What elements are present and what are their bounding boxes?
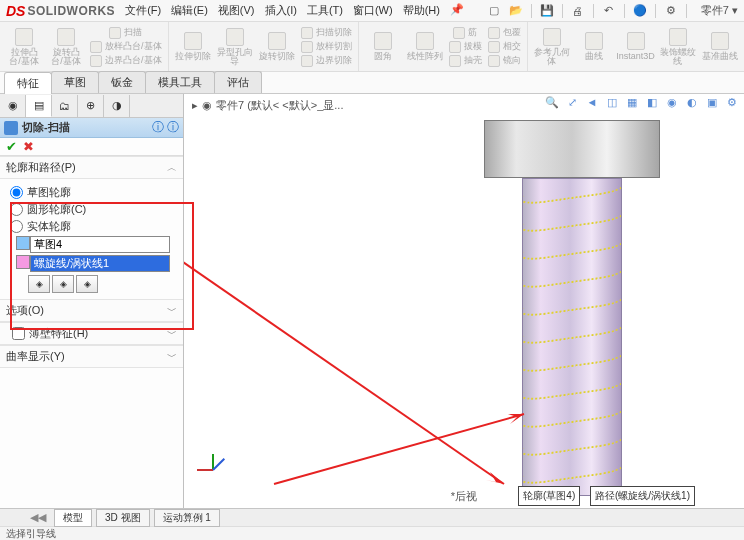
boundary-button[interactable]: 边界凸台/基体	[90, 55, 162, 67]
boundary-cut-button[interactable]: 边界切除	[301, 55, 352, 67]
document-name[interactable]: 零件7 ▾	[701, 3, 738, 18]
view-settings-icon[interactable]: ⚙	[724, 94, 740, 110]
group-profile-path[interactable]: 轮廓和路径(P) ︿	[0, 156, 183, 179]
thin-feature-checkbox[interactable]	[12, 327, 25, 340]
group-curvature[interactable]: 曲率显示(Y) ﹀	[0, 345, 183, 368]
menu-help[interactable]: 帮助(H)	[403, 3, 440, 18]
section-view-icon[interactable]: ◫	[604, 94, 620, 110]
apply-scene-icon[interactable]: ▣	[704, 94, 720, 110]
extrude-boss-button[interactable]: 拉伸凸台/基体	[6, 26, 42, 67]
options-icon[interactable]: ⚙	[664, 4, 678, 18]
sweep-button[interactable]: 扫描	[90, 27, 162, 39]
undo-icon[interactable]: ↶	[602, 4, 616, 18]
pane-tab-feature-tree-icon[interactable]: ◉	[0, 95, 26, 117]
menu-tools[interactable]: 工具(T)	[307, 3, 343, 18]
command-tabs: 特征 草图 钣金 模具工具 评估	[0, 72, 744, 94]
zoom-area-icon[interactable]: ⤢	[564, 94, 580, 110]
viewport-toolbar: 🔍 ⤢ ◄ ◫ ▦ ◧ ◉ ◐ ▣ ⚙	[544, 94, 740, 110]
pane-tab-property-icon[interactable]: ▤	[26, 95, 52, 117]
linear-pattern-button[interactable]: 线性阵列	[407, 26, 443, 67]
path-color-chip	[16, 255, 30, 269]
shell-button[interactable]: 抽壳	[449, 55, 482, 67]
align-btn-2[interactable]: ◈	[52, 275, 74, 293]
separator	[562, 4, 563, 18]
instant3d-button[interactable]: Instant3D	[618, 26, 654, 67]
menu-view[interactable]: 视图(V)	[218, 3, 255, 18]
revolve-cut-button[interactable]: 旋转切除	[259, 26, 295, 67]
menu-insert[interactable]: 插入(I)	[265, 3, 297, 18]
tab-nav-left-icon[interactable]: ◀◀	[30, 511, 46, 524]
pane-tab-appearance-icon[interactable]: ◑	[104, 95, 130, 117]
loft-cut-button[interactable]: 放样切割	[301, 41, 352, 53]
align-btn-3[interactable]: ◈	[76, 275, 98, 293]
edit-appearance-icon[interactable]: ◐	[684, 94, 700, 110]
chevron-up-icon: ︿	[167, 161, 177, 175]
draft-button[interactable]: 拔模	[449, 41, 482, 53]
tab-evaluate[interactable]: 评估	[214, 71, 262, 93]
tab-feature[interactable]: 特征	[4, 72, 52, 94]
curves-button[interactable]: 曲线	[576, 26, 612, 67]
align-btn-1[interactable]: ◈	[28, 275, 50, 293]
fillet-button[interactable]: 圆角	[365, 26, 401, 67]
breadcrumb-expand-icon[interactable]: ▸	[192, 99, 198, 112]
orientation-triad[interactable]	[194, 452, 230, 488]
help-icon[interactable]: ⓘ ⓘ	[152, 119, 179, 136]
prev-view-icon[interactable]: ◄	[584, 94, 600, 110]
radio-circle-profile[interactable]	[10, 203, 23, 216]
rebuild-icon[interactable]: 🔵	[633, 4, 647, 18]
pane-tab-dimxpert-icon[interactable]: ⊕	[78, 95, 104, 117]
group-thin[interactable]: 薄壁特征(H) ﹀	[0, 322, 183, 345]
profile-tag: 轮廓(草图4)	[518, 486, 580, 506]
loft-button[interactable]: 放样凸台/基体	[90, 41, 162, 53]
revolve-boss-button[interactable]: 旋转凸台/基体	[48, 26, 84, 67]
chevron-down-icon: ﹀	[167, 350, 177, 364]
cosmetic-thread-button[interactable]: 装饰螺纹线	[660, 26, 696, 67]
wrap-button[interactable]: 包覆	[488, 27, 521, 39]
bottom-tab-3dview[interactable]: 3D 视图	[96, 509, 150, 527]
bottom-tab-model[interactable]: 模型	[54, 509, 92, 527]
menu-edit[interactable]: 编辑(E)	[171, 3, 208, 18]
pane-tab-config-icon[interactable]: 🗂	[52, 95, 78, 117]
print-icon[interactable]: 🖨	[571, 4, 585, 18]
save-icon[interactable]: 💾	[540, 4, 554, 18]
tab-moldtools[interactable]: 模具工具	[145, 71, 215, 93]
menu-window[interactable]: 窗口(W)	[353, 3, 393, 18]
separator	[624, 4, 625, 18]
breadcrumb[interactable]: ▸ ◉ 零件7 (默认< <默认>_显...	[192, 98, 343, 113]
intersect-button[interactable]: 相交	[488, 41, 521, 53]
ribbon-group-modify: 圆角 线性阵列 筋 拔模 抽壳 包覆 相交 镜向	[359, 22, 528, 71]
path-alignment-buttons: ◈ ◈ ◈	[28, 275, 175, 293]
tab-sheetmetal[interactable]: 钣金	[98, 71, 146, 93]
cancel-button[interactable]: ✖	[23, 139, 34, 154]
ref-geometry-button[interactable]: 参考几何体	[534, 26, 570, 67]
view-orient-icon[interactable]: ▦	[624, 94, 640, 110]
display-style-icon[interactable]: ◧	[644, 94, 660, 110]
titlebar: DS SOLIDWORKS 文件(F) 编辑(E) 视图(V) 插入(I) 工具…	[0, 0, 744, 22]
open-icon[interactable]: 📂	[509, 4, 523, 18]
bottom-tab-motion[interactable]: 运动算例 1	[154, 509, 220, 527]
extrude-cut-button[interactable]: 拉伸切除	[175, 26, 211, 67]
graphics-viewport[interactable]: ▸ ◉ 零件7 (默认< <默认>_显... 🔍 ⤢ ◄ ◫ ▦ ◧ ◉ ◐ ▣…	[184, 94, 744, 508]
datum-curve-button[interactable]: 基准曲线	[702, 26, 738, 67]
chevron-down-icon: ﹀	[167, 304, 177, 318]
tab-sketch[interactable]: 草图	[51, 71, 99, 93]
zoom-fit-icon[interactable]: 🔍	[544, 94, 560, 110]
rib-button[interactable]: 筋	[449, 27, 482, 39]
menu-file[interactable]: 文件(F)	[125, 3, 161, 18]
new-icon[interactable]: ▢	[487, 4, 501, 18]
ribbon-group-features: 拉伸凸台/基体 旋转凸台/基体 扫描 放样凸台/基体 边界凸台/基体	[0, 22, 169, 71]
profile-input[interactable]	[30, 236, 170, 253]
radio-solid-profile[interactable]	[10, 220, 23, 233]
sweep-cut-button[interactable]: 扫描切除	[301, 27, 352, 39]
mirror-button[interactable]: 镜向	[488, 55, 521, 67]
radio-sketch-profile[interactable]	[10, 186, 23, 199]
hide-show-icon[interactable]: ◉	[664, 94, 680, 110]
ok-button[interactable]: ✔	[6, 139, 17, 154]
separator	[655, 4, 656, 18]
hole-wizard-button[interactable]: 异型孔向导	[217, 26, 253, 67]
group-options[interactable]: 选项(O) ﹀	[0, 299, 183, 322]
menu-pin-icon[interactable]: 📌	[450, 3, 464, 18]
thin-feature-label: 薄壁特征(H)	[29, 326, 88, 341]
path-input[interactable]: 螺旋线/涡状线1	[30, 255, 170, 272]
quick-access-toolbar: ▢ 📂 💾 🖨 ↶ 🔵 ⚙ 零件7 ▾	[487, 3, 738, 18]
